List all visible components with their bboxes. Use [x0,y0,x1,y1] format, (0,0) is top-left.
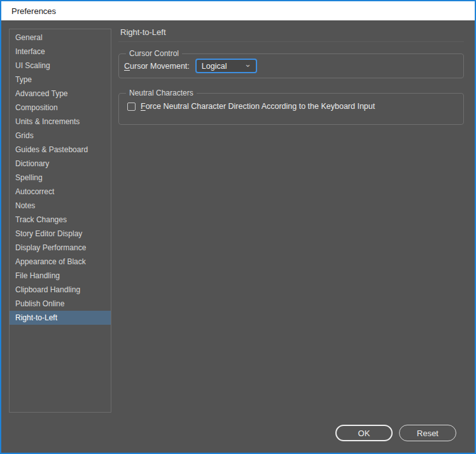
cursor-movement-row: Cursor Movement: Logical ⌄ [124,54,458,78]
sidebar-item-track-changes[interactable]: Track Changes [10,213,111,227]
sidebar-item-advanced-type[interactable]: Advanced Type [10,87,111,101]
sidebar-item-general[interactable]: General [10,31,111,45]
sidebar-item-right-to-left[interactable]: Right-to-Left [10,311,111,325]
cursor-control-group: Cursor Control Cursor Movement: Logical … [118,53,464,78]
sidebar-item-clipboard-handling[interactable]: Clipboard Handling [10,283,111,297]
cursor-movement-label: Cursor Movement: [124,62,190,71]
preferences-dialog: Preferences General Interface UI Scaling… [0,0,476,454]
force-neutral-direction-row[interactable]: Force Neutral Character Direction Accord… [127,102,375,111]
sidebar-item-notes[interactable]: Notes [10,199,111,213]
sidebar-item-composition[interactable]: Composition [10,101,111,115]
sidebar-item-guides-pasteboard[interactable]: Guides & Pasteboard [10,143,111,157]
sidebar-item-dictionary[interactable]: Dictionary [10,157,111,171]
sidebar-item-file-handling[interactable]: File Handling [10,269,111,283]
dropdown-selected-value: Logical [202,62,227,71]
sidebar-item-display-performance[interactable]: Display Performance [10,241,111,255]
cursor-movement-dropdown[interactable]: Logical ⌄ [195,59,257,73]
neutral-characters-group: Neutral Characters Force Neutral Charact… [118,93,464,125]
heading-divider [118,41,464,42]
sidebar-item-interface[interactable]: Interface [10,45,111,59]
category-list: General Interface UI Scaling Type Advanc… [9,29,111,413]
sidebar-item-autocorrect[interactable]: Autocorrect [10,185,111,199]
sidebar-item-spelling[interactable]: Spelling [10,171,111,185]
neutral-characters-legend: Neutral Characters [126,89,197,98]
sidebar-item-grids[interactable]: Grids [10,129,111,143]
sidebar-item-appearance-of-black[interactable]: Appearance of Black [10,255,111,269]
sidebar-item-ui-scaling[interactable]: UI Scaling [10,59,111,73]
force-neutral-direction-label[interactable]: Force Neutral Character Direction Accord… [141,102,375,111]
page-title: Right-to-Left [120,27,166,37]
ok-button[interactable]: OK [335,425,393,441]
sidebar-item-publish-online[interactable]: Publish Online [10,297,111,311]
chevron-down-icon: ⌄ [244,61,251,67]
dialog-title: Preferences [11,6,56,16]
sidebar-item-units-increments[interactable]: Units & Increments [10,115,111,129]
dialog-body: General Interface UI Scaling Type Advanc… [1,20,475,453]
titlebar[interactable]: Preferences [1,1,475,20]
sidebar-item-story-editor-display[interactable]: Story Editor Display [10,227,111,241]
reset-button[interactable]: Reset [399,425,456,441]
force-neutral-direction-checkbox[interactable] [127,103,136,111]
sidebar-item-type[interactable]: Type [10,73,111,87]
